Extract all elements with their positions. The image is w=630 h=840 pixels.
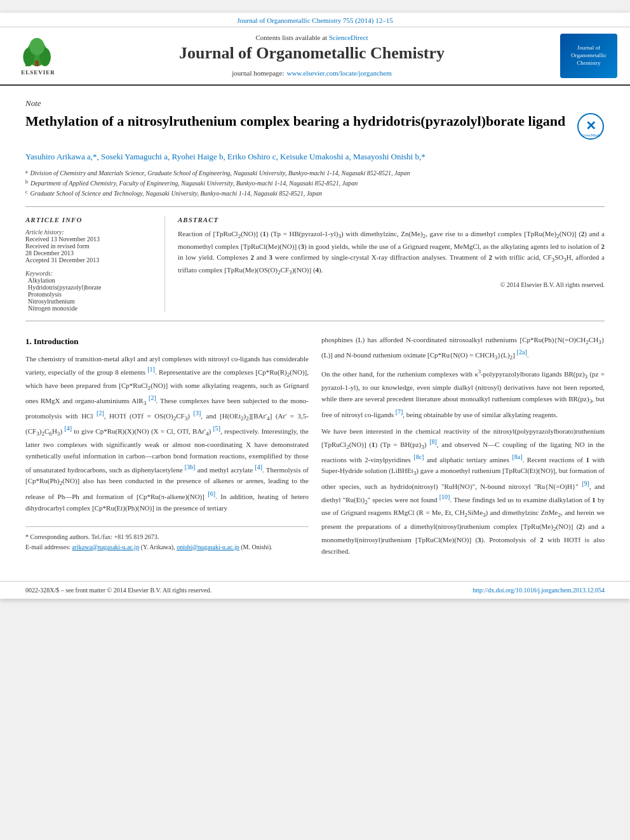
footer-issn: 0022-328X/$ – see front matter © 2014 El… bbox=[25, 587, 211, 594]
abstract-text: Reaction of [TpRuCl2(NO)] (1) (Tp = HB(p… bbox=[178, 229, 605, 277]
authors-line: Yasuhiro Arikawa a,*, Soseki Yamaguchi a… bbox=[25, 152, 605, 162]
journal-header: ELSEVIER Contents lists available at Sci… bbox=[0, 27, 630, 86]
svg-rect-5 bbox=[35, 60, 38, 66]
affiliations: a Division of Chemistry and Materials Sc… bbox=[25, 168, 605, 199]
elsevier-logo: ELSEVIER bbox=[13, 34, 64, 78]
footer-doi[interactable]: http://dx.doi.org/10.1016/j.jorganchem.2… bbox=[473, 587, 605, 594]
page-footer: 0022-328X/$ – see front matter © 2014 El… bbox=[0, 581, 630, 599]
homepage-url[interactable]: www.elsevier.com/locate/jorganchem bbox=[286, 69, 391, 77]
crossmark-icon: ✕ CrossMark bbox=[577, 112, 605, 143]
introduction-title: 1. Introduction bbox=[25, 337, 309, 347]
journal-citation: Journal of Organometallic Chemistry 755 … bbox=[0, 13, 630, 27]
keywords-section: Keywords: Alkylation Hydridotris(pyrazol… bbox=[25, 270, 154, 312]
page: Journal of Organometallic Chemistry 755 … bbox=[0, 13, 630, 599]
journal-title: Journal of Organometallic Chemistry bbox=[70, 44, 554, 63]
affiliation-a: a Division of Chemistry and Materials Sc… bbox=[25, 168, 605, 178]
article-title: Methylation of a nitrosylruthenium compl… bbox=[25, 112, 568, 131]
left-column: 1. Introduction The chemistry of transit… bbox=[25, 334, 309, 562]
affiliation-c: c Graduate School of Science and Technol… bbox=[25, 189, 605, 199]
article-body: Note Methylation of a nitrosylruthenium … bbox=[0, 86, 630, 581]
svg-text:CrossMark: CrossMark bbox=[580, 133, 601, 138]
contents-line: Contents lists available at ScienceDirec… bbox=[70, 34, 554, 41]
journal-homepage: journal homepage: www.elsevier.com/locat… bbox=[70, 67, 554, 78]
intro-paragraph-1: The chemistry of transition-metal alkyl … bbox=[25, 353, 309, 514]
email-link-onishi[interactable]: onishi@nagasaki-u.ac.jp bbox=[177, 543, 239, 550]
svg-point-4 bbox=[29, 38, 44, 55]
intro-paragraph-4: We have been interested in the chemical … bbox=[321, 425, 605, 557]
article-history: Article history: Received 13 November 20… bbox=[25, 229, 154, 263]
article-type-label: Note bbox=[25, 98, 605, 109]
svg-text:✕: ✕ bbox=[586, 119, 596, 133]
right-column: phosphines (L) has afforded N-coordinate… bbox=[321, 334, 605, 562]
footnotes: * Corresponding authors. Tel./fax: +81 9… bbox=[25, 526, 309, 552]
email-note: E-mail addresses: arikawa@nagasaki-u.ac.… bbox=[25, 542, 309, 552]
copyright-line: © 2014 Elsevier B.V. All rights reserved… bbox=[178, 281, 605, 288]
affiliation-b: b Department of Applied Chemistry, Facul… bbox=[25, 178, 605, 189]
journal-info-center: Contents lists available at ScienceDirec… bbox=[70, 34, 554, 78]
intro-paragraph-2: phosphines (L) has afforded N-coordinate… bbox=[321, 334, 605, 363]
intro-paragraph-3: On the other hand, for the ruthenium com… bbox=[321, 368, 605, 420]
main-content: 1. Introduction The chemistry of transit… bbox=[25, 334, 605, 562]
email-link-arikawa[interactable]: arikawa@nagasaki-u.ac.jp bbox=[72, 543, 139, 550]
elsevier-tree-icon bbox=[19, 36, 57, 68]
corresponding-note: * Corresponding authors. Tel./fax: +81 9… bbox=[25, 532, 309, 542]
abstract-panel: ABSTRACT Reaction of [TpRuCl2(NO)] (1) (… bbox=[178, 216, 605, 312]
info-abstract-row: ARTICLE INFO Article history: Received 1… bbox=[25, 206, 605, 321]
journal-logo-box: Journal of Organometallic Chemistry bbox=[560, 34, 617, 78]
article-info-panel: ARTICLE INFO Article history: Received 1… bbox=[25, 216, 165, 312]
